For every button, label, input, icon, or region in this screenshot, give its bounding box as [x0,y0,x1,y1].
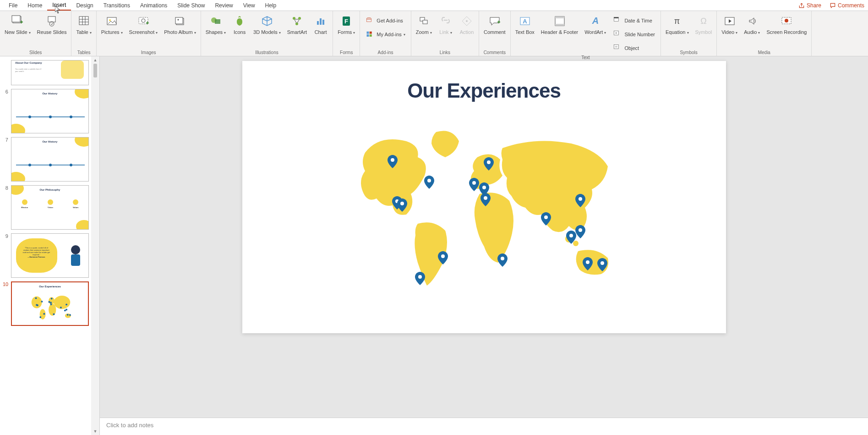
3d-icon [260,14,274,28]
share-button[interactable]: Share [798,2,821,9]
action-button: Action [458,13,476,36]
scroll-thumb[interactable] [93,64,97,77]
svg-point-66 [37,304,38,306]
svg-rect-34 [555,24,564,26]
get-addins-label: Get Add-ins [377,18,403,23]
action-label: Action [460,29,474,35]
icons-button[interactable]: Icons [230,13,249,36]
photo-album-button[interactable]: Photo Album ▾ [162,13,197,36]
audio-button[interactable]: Audio ▾ [742,13,762,36]
thumb-preview[interactable]: Our PhilosophyMissionVisionValues [11,185,89,230]
thumb-number: 6 [3,89,8,94]
svg-rect-41 [615,46,617,48]
slide-thumb-9[interactable]: 9"This is a quote, words full of wisdom … [0,231,92,280]
date-time-button[interactable]: Date & Time [611,15,658,27]
map-pin-icon[interactable] [469,178,479,191]
slide[interactable]: Our Experiences [242,61,726,333]
slide-thumb-8[interactable]: 8Our PhilosophyMissionVisionValues [0,183,92,231]
svg-point-94 [579,197,582,201]
wordart-icon: A [588,14,603,28]
thumb-preview[interactable]: "This is a quote, words full of wisdom t… [11,233,89,278]
scroll-up-icon[interactable]: ▲ [91,56,99,64]
equation-button[interactable]: πEquation ▾ [664,13,690,36]
slide-canvas[interactable]: Our Experiences [100,56,868,418]
menu-file[interactable]: File [4,1,22,10]
smartart-button[interactable]: SmartArt [285,13,309,36]
menu-design[interactable]: Design [71,1,98,10]
pictures-button[interactable]: Pictures ▾ [99,13,125,36]
slide-thumb-7[interactable]: 7Our History [0,135,92,183]
screen-recording-button[interactable]: Screen Recording [764,13,808,36]
object-button[interactable]: Object [611,42,658,54]
comment-button[interactable]: Comment [482,13,508,36]
chart-button[interactable]: Chart [311,13,330,36]
menu-transitions[interactable]: Transitions [98,1,135,10]
my-addins-button[interactable]: My Add-ins ▾ [363,28,408,40]
menu-view[interactable]: View [238,1,260,10]
photo-album-icon [173,14,187,28]
map-pin-icon[interactable] [497,253,508,267]
equation-label: Equation ▾ [666,29,688,35]
wordart-label: WordArt ▾ [584,29,606,35]
notes-pane[interactable]: Click to add notes [100,418,868,435]
ribbon-group-illustrations: Shapes ▾Icons3D Models ▾SmartArtChartIll… [201,11,333,56]
group-label: Links [440,49,450,55]
table-button[interactable]: Table ▾ [74,13,93,36]
svg-rect-56 [71,254,80,266]
header-footer-button[interactable]: Header & Footer [539,13,580,36]
shapes-button[interactable]: Shapes ▾ [204,13,228,36]
text-box-button[interactable]: AText Box [513,13,536,36]
screenshot-label: Screenshot ▾ [129,29,158,35]
menu-home[interactable]: Home [22,1,47,10]
thumb-preview[interactable]: Our History [11,89,89,133]
audio-icon [745,14,759,28]
svg-point-90 [482,186,486,189]
zoom-button[interactable]: Zoom ▾ [414,13,434,36]
link-icon [438,14,453,28]
get-addins-button[interactable]: Get Add-ins [363,15,408,27]
thumb-number: 8 [3,185,8,191]
3d-models-button[interactable]: 3D Models ▾ [251,13,283,36]
new-slide-button[interactable]: New Slide ▾ [3,13,33,36]
screenshot-button[interactable]: Screenshot ▾ [127,13,160,36]
menu-animations[interactable]: Animations [135,1,172,10]
menu-insert[interactable]: Insert [47,0,71,11]
group-label: Tables [77,49,91,55]
scroll-down-icon[interactable]: ▼ [91,428,99,435]
header-footer-label: Header & Footer [541,29,578,35]
ribbon-group-media: Video ▾Audio ▾Screen RecordingMedia [717,11,812,56]
thumb-preview[interactable]: Our Experiences [11,281,89,326]
thumb-scrollbar[interactable]: ▲ ▼ [91,56,99,435]
svg-point-6 [109,19,111,21]
thumb-preview[interactable]: Our History [11,137,89,182]
scroll-track[interactable] [93,64,97,428]
menu-slideshow[interactable]: Slide Show [172,1,210,10]
video-button[interactable]: Video ▾ [720,13,739,36]
slide-thumb-10[interactable]: 10Our Experiences [0,280,92,328]
symbol-button: ΩSymbol [693,13,714,36]
slide-title[interactable]: Our Experiences [242,79,726,102]
wordart-button[interactable]: AWordArt ▾ [583,13,608,36]
group-label: Slides [29,49,42,55]
comments-button[interactable]: Comments [830,2,864,9]
thumb-number: 9 [3,233,8,239]
screen-recording-label: Screen Recording [766,29,807,35]
thumb-number: 7 [3,137,8,143]
svg-point-73 [53,314,55,315]
forms-button[interactable]: FForms ▾ [336,13,357,36]
menu-review[interactable]: Review [210,1,238,10]
thumb-preview[interactable]: About Our CompanyYou could enter a subti… [11,60,89,85]
menu-help[interactable]: Help [260,1,282,10]
slide-number-button[interactable]: #Slide Number [611,28,658,40]
ribbon-group-slides: New Slide ▾Reuse SlidesSlides [0,11,71,56]
audio-label: Audio ▾ [744,29,760,35]
reuse-slides-button[interactable]: Reuse Slides [35,13,69,36]
slide-thumb-partial[interactable]: About Our CompanyYou could enter a subti… [0,58,92,87]
map-pin-icon[interactable] [424,176,434,189]
map-pin-icon[interactable] [575,225,585,238]
svg-text:Ω: Ω [700,17,706,26]
world-map[interactable] [351,125,617,308]
map-pin-icon[interactable] [415,272,425,285]
slide-thumb-6[interactable]: 6Our History [0,87,92,135]
symbol-icon: Ω [696,14,711,28]
